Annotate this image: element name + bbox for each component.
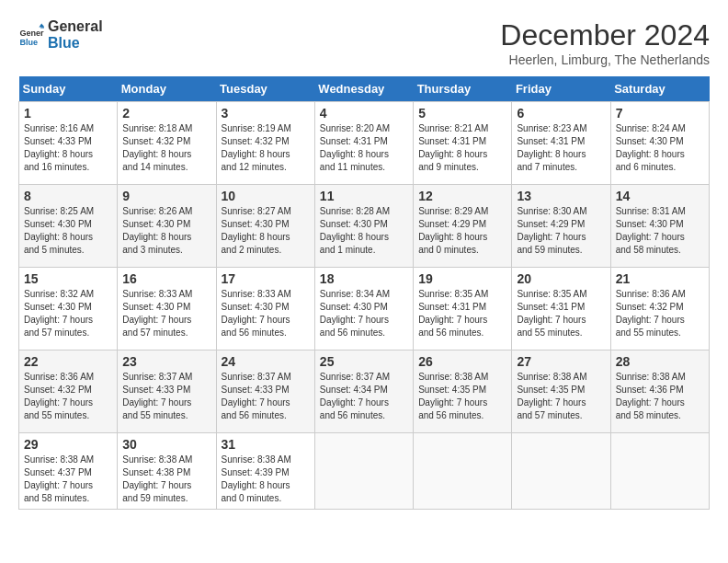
day-info: Sunrise: 8:27 AM Sunset: 4:30 PM Dayligh… bbox=[222, 205, 310, 257]
day-info: Sunrise: 8:37 AM Sunset: 4:34 PM Dayligh… bbox=[320, 371, 408, 422]
calendar-cell: 8Sunrise: 8:25 AM Sunset: 4:30 PM Daylig… bbox=[19, 185, 118, 268]
calendar-cell: 30Sunrise: 8:38 AM Sunset: 4:38 PM Dayli… bbox=[118, 433, 216, 510]
day-info: Sunrise: 8:35 AM Sunset: 4:31 PM Dayligh… bbox=[418, 288, 506, 339]
day-info: Sunrise: 8:28 AM Sunset: 4:30 PM Dayligh… bbox=[320, 205, 408, 257]
day-number: 4 bbox=[320, 106, 408, 121]
calendar-cell: 15Sunrise: 8:32 AM Sunset: 4:30 PM Dayli… bbox=[19, 268, 118, 350]
calendar-cell: 20Sunrise: 8:35 AM Sunset: 4:31 PM Dayli… bbox=[512, 268, 610, 350]
day-info: Sunrise: 8:38 AM Sunset: 4:37 PM Dayligh… bbox=[24, 454, 112, 505]
calendar-cell: 13Sunrise: 8:30 AM Sunset: 4:29 PM Dayli… bbox=[512, 185, 610, 268]
calendar-cell: 4Sunrise: 8:20 AM Sunset: 4:31 PM Daylig… bbox=[314, 102, 413, 185]
calendar-cell bbox=[414, 433, 512, 510]
day-info: Sunrise: 8:37 AM Sunset: 4:33 PM Dayligh… bbox=[222, 371, 310, 422]
page-header: General Blue General Blue December 2024 … bbox=[18, 18, 710, 67]
day-number: 19 bbox=[418, 271, 506, 286]
day-number: 10 bbox=[222, 189, 310, 203]
day-number: 21 bbox=[616, 271, 704, 286]
day-info: Sunrise: 8:38 AM Sunset: 4:35 PM Dayligh… bbox=[517, 371, 605, 422]
calendar-cell bbox=[512, 433, 610, 510]
calendar-cell: 9Sunrise: 8:26 AM Sunset: 4:30 PM Daylig… bbox=[118, 185, 216, 268]
day-info: Sunrise: 8:37 AM Sunset: 4:33 PM Dayligh… bbox=[122, 371, 210, 422]
day-number: 8 bbox=[24, 189, 112, 203]
day-number: 29 bbox=[24, 437, 112, 452]
day-info: Sunrise: 8:31 AM Sunset: 4:30 PM Dayligh… bbox=[616, 205, 704, 257]
day-info: Sunrise: 8:36 AM Sunset: 4:32 PM Dayligh… bbox=[616, 288, 704, 339]
calendar-cell: 19Sunrise: 8:35 AM Sunset: 4:31 PM Dayli… bbox=[414, 268, 512, 350]
calendar-cell: 21Sunrise: 8:36 AM Sunset: 4:32 PM Dayli… bbox=[610, 268, 709, 350]
calendar-cell: 22Sunrise: 8:36 AM Sunset: 4:32 PM Dayli… bbox=[19, 350, 118, 433]
day-number: 27 bbox=[517, 354, 605, 369]
day-info: Sunrise: 8:29 AM Sunset: 4:29 PM Dayligh… bbox=[418, 205, 506, 257]
day-number: 30 bbox=[122, 437, 210, 452]
day-info: Sunrise: 8:33 AM Sunset: 4:30 PM Dayligh… bbox=[122, 288, 210, 339]
svg-text:General: General bbox=[19, 29, 44, 38]
logo-line1: General bbox=[48, 18, 103, 35]
day-info: Sunrise: 8:33 AM Sunset: 4:30 PM Dayligh… bbox=[222, 288, 310, 339]
day-number: 6 bbox=[517, 106, 605, 121]
calendar-cell: 2Sunrise: 8:18 AM Sunset: 4:32 PM Daylig… bbox=[118, 102, 216, 185]
weekday-header-wednesday: Wednesday bbox=[314, 76, 413, 102]
day-number: 26 bbox=[418, 354, 506, 369]
calendar-cell bbox=[314, 433, 413, 510]
day-number: 7 bbox=[616, 106, 704, 121]
weekday-header-row: SundayMondayTuesdayWednesdayThursdayFrid… bbox=[19, 76, 710, 102]
calendar-cell: 31Sunrise: 8:38 AM Sunset: 4:39 PM Dayli… bbox=[216, 433, 314, 510]
weekday-header-sunday: Sunday bbox=[19, 76, 118, 102]
day-number: 11 bbox=[320, 189, 408, 203]
day-info: Sunrise: 8:35 AM Sunset: 4:31 PM Dayligh… bbox=[517, 288, 605, 339]
calendar-cell: 23Sunrise: 8:37 AM Sunset: 4:33 PM Dayli… bbox=[118, 350, 216, 433]
logo-line2: Blue bbox=[48, 35, 103, 52]
weekday-header-saturday: Saturday bbox=[610, 76, 709, 102]
day-number: 3 bbox=[222, 106, 310, 121]
day-info: Sunrise: 8:23 AM Sunset: 4:31 PM Dayligh… bbox=[517, 122, 605, 174]
day-number: 31 bbox=[222, 437, 310, 452]
title-block: December 2024 Heerlen, Limburg, The Neth… bbox=[500, 18, 710, 67]
weekday-header-thursday: Thursday bbox=[414, 76, 512, 102]
calendar-cell: 11Sunrise: 8:28 AM Sunset: 4:30 PM Dayli… bbox=[314, 185, 413, 268]
logo: General Blue General Blue bbox=[18, 18, 103, 51]
day-info: Sunrise: 8:38 AM Sunset: 4:36 PM Dayligh… bbox=[616, 371, 704, 422]
weekday-header-tuesday: Tuesday bbox=[216, 76, 314, 102]
day-number: 15 bbox=[24, 271, 112, 286]
calendar-cell bbox=[610, 433, 709, 510]
weekday-header-monday: Monday bbox=[118, 76, 216, 102]
day-number: 12 bbox=[418, 189, 506, 203]
day-info: Sunrise: 8:26 AM Sunset: 4:30 PM Dayligh… bbox=[122, 205, 210, 257]
day-number: 13 bbox=[517, 189, 605, 203]
calendar-cell: 24Sunrise: 8:37 AM Sunset: 4:33 PM Dayli… bbox=[216, 350, 314, 433]
day-info: Sunrise: 8:25 AM Sunset: 4:30 PM Dayligh… bbox=[24, 205, 112, 257]
calendar-cell: 16Sunrise: 8:33 AM Sunset: 4:30 PM Dayli… bbox=[118, 268, 216, 350]
calendar-cell: 6Sunrise: 8:23 AM Sunset: 4:31 PM Daylig… bbox=[512, 102, 610, 185]
day-info: Sunrise: 8:38 AM Sunset: 4:38 PM Dayligh… bbox=[122, 454, 210, 505]
calendar-table: SundayMondayTuesdayWednesdayThursdayFrid… bbox=[18, 76, 710, 510]
day-number: 18 bbox=[320, 271, 408, 286]
day-info: Sunrise: 8:32 AM Sunset: 4:30 PM Dayligh… bbox=[24, 288, 112, 339]
day-info: Sunrise: 8:30 AM Sunset: 4:29 PM Dayligh… bbox=[517, 205, 605, 257]
calendar-cell: 18Sunrise: 8:34 AM Sunset: 4:30 PM Dayli… bbox=[314, 268, 413, 350]
day-number: 16 bbox=[122, 271, 210, 286]
day-number: 22 bbox=[24, 354, 112, 369]
calendar-cell: 5Sunrise: 8:21 AM Sunset: 4:31 PM Daylig… bbox=[414, 102, 512, 185]
day-number: 25 bbox=[320, 354, 408, 369]
day-number: 14 bbox=[616, 189, 704, 203]
calendar-cell: 1Sunrise: 8:16 AM Sunset: 4:33 PM Daylig… bbox=[19, 102, 118, 185]
day-info: Sunrise: 8:38 AM Sunset: 4:35 PM Dayligh… bbox=[418, 371, 506, 422]
day-info: Sunrise: 8:18 AM Sunset: 4:32 PM Dayligh… bbox=[122, 122, 210, 174]
calendar-cell: 29Sunrise: 8:38 AM Sunset: 4:37 PM Dayli… bbox=[19, 433, 118, 510]
calendar-cell: 27Sunrise: 8:38 AM Sunset: 4:35 PM Dayli… bbox=[512, 350, 610, 433]
calendar-cell: 3Sunrise: 8:19 AM Sunset: 4:32 PM Daylig… bbox=[216, 102, 314, 185]
day-info: Sunrise: 8:38 AM Sunset: 4:39 PM Dayligh… bbox=[222, 454, 310, 505]
calendar-cell: 28Sunrise: 8:38 AM Sunset: 4:36 PM Dayli… bbox=[610, 350, 709, 433]
location: Heerlen, Limburg, The Netherlands bbox=[500, 52, 710, 67]
day-info: Sunrise: 8:20 AM Sunset: 4:31 PM Dayligh… bbox=[320, 122, 408, 174]
calendar-cell: 17Sunrise: 8:33 AM Sunset: 4:30 PM Dayli… bbox=[216, 268, 314, 350]
day-info: Sunrise: 8:16 AM Sunset: 4:33 PM Dayligh… bbox=[24, 122, 112, 174]
calendar-cell: 12Sunrise: 8:29 AM Sunset: 4:29 PM Dayli… bbox=[414, 185, 512, 268]
day-number: 5 bbox=[418, 106, 506, 121]
day-number: 1 bbox=[24, 106, 112, 121]
day-info: Sunrise: 8:21 AM Sunset: 4:31 PM Dayligh… bbox=[418, 122, 506, 174]
calendar-cell: 7Sunrise: 8:24 AM Sunset: 4:30 PM Daylig… bbox=[610, 102, 709, 185]
day-number: 20 bbox=[517, 271, 605, 286]
day-number: 2 bbox=[122, 106, 210, 121]
logo-icon: General Blue bbox=[18, 22, 44, 48]
